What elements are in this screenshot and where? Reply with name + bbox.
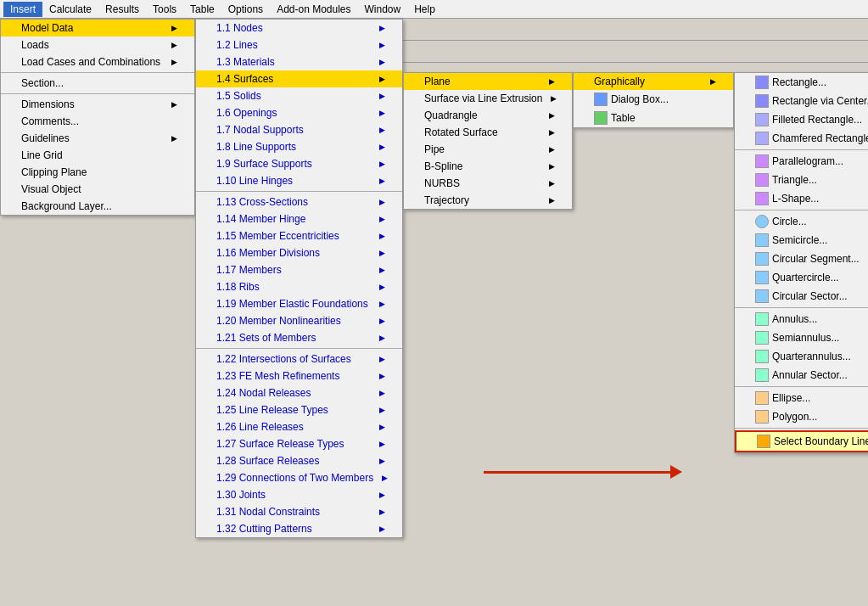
arrow-icon: ▶ xyxy=(379,92,385,100)
menu-item-rectangle[interactable]: Rectangle... xyxy=(735,73,868,92)
menu-item-annular-sector[interactable]: Annular Sector... xyxy=(735,366,868,384)
menu-item-member-divisions[interactable]: 1.16 Member Divisions ▶ xyxy=(196,244,402,261)
menu-item-quadrangle[interactable]: Quadrangle ▶ xyxy=(404,107,572,124)
arrow-icon: ▶ xyxy=(549,77,555,86)
menu-item-dimensions[interactable]: Dimensions ▶ xyxy=(1,96,194,113)
menu-item-graphically[interactable]: Graphically ▶ xyxy=(574,73,733,90)
arrow-line xyxy=(484,471,670,474)
menu-item-line-supports[interactable]: 1.8 Line Supports ▶ xyxy=(196,138,402,155)
menubar-insert[interactable]: Insert xyxy=(3,2,42,17)
menubar-window[interactable]: Window xyxy=(358,2,408,17)
menu-item-ellipse[interactable]: Ellipse... xyxy=(735,389,868,407)
menu-item-load-cases[interactable]: Load Cases and Combinations ▶ xyxy=(1,53,194,70)
menu-item-trajectory[interactable]: Trajectory ▶ xyxy=(404,192,572,209)
menu-item-parallelogram[interactable]: Parallelogram... xyxy=(735,152,868,171)
menu-item-members[interactable]: 1.17 Members ▶ xyxy=(196,261,402,278)
menu-item-joints[interactable]: 1.30 Joints ▶ xyxy=(196,486,402,503)
menu-item-clipping-plane[interactable]: Clipping Plane xyxy=(1,164,194,181)
menu-item-solids[interactable]: 1.5 Solids ▶ xyxy=(196,87,402,104)
arrow-icon: ▶ xyxy=(379,215,385,223)
rectangle-center-icon xyxy=(755,94,769,108)
menu-item-plane[interactable]: Plane ▶ xyxy=(404,73,572,90)
arrow-icon: ▶ xyxy=(379,317,385,325)
menu-item-circular-segment[interactable]: Circular Segment... xyxy=(735,250,868,268)
menu-item-guidelines[interactable]: Guidelines ▶ xyxy=(1,130,194,147)
menu-item-ribs[interactable]: 1.18 Ribs ▶ xyxy=(196,278,402,295)
menu-item-dialog-box[interactable]: Dialog Box... xyxy=(574,90,733,109)
menu-item-quartercircle[interactable]: Quartercircle... xyxy=(735,268,868,287)
menu-item-line-hinges[interactable]: 1.10 Line Hinges ▶ xyxy=(196,172,402,189)
separator xyxy=(735,307,868,308)
separator xyxy=(735,386,868,387)
menu-item-circle[interactable]: Circle... xyxy=(735,212,868,231)
menu-insert: Model Data ▶ Loads ▶ Load Cases and Comb… xyxy=(0,19,195,216)
arrow-icon: ▶ xyxy=(379,126,385,134)
menu-item-nodal-constraints[interactable]: 1.31 Nodal Constraints ▶ xyxy=(196,503,402,520)
menu-item-semicircle[interactable]: Semicircle... xyxy=(735,231,868,250)
menu-item-openings[interactable]: 1.6 Openings ▶ xyxy=(196,104,402,121)
menubar-calculate[interactable]: Calculate xyxy=(42,2,98,17)
separator xyxy=(196,191,402,192)
menu-item-model-data[interactable]: Model Data ▶ xyxy=(1,20,194,36)
menu-item-bspline[interactable]: B-Spline ▶ xyxy=(404,158,572,175)
menu-surfaces-sub: Plane ▶ Surface via Line Extrusion ▶ Qua… xyxy=(403,72,573,210)
menu-item-background-layer[interactable]: Background Layer... xyxy=(1,198,194,215)
menu-item-line-grid[interactable]: Line Grid xyxy=(1,147,194,164)
menu-item-nodal-releases[interactable]: 1.24 Nodal Releases ▶ xyxy=(196,384,402,401)
menu-item-sets-members[interactable]: 1.21 Sets of Members ▶ xyxy=(196,329,402,346)
menu-item-member-hinge[interactable]: 1.14 Member Hinge ▶ xyxy=(196,210,402,227)
menu-item-line-release-types[interactable]: 1.25 Line Release Types ▶ xyxy=(196,401,402,418)
menu-item-intersections[interactable]: 1.22 Intersections of Surfaces ▶ xyxy=(196,351,402,368)
menu-item-cutting-patterns[interactable]: 1.32 Cutting Patterns ▶ xyxy=(196,520,402,537)
menu-item-comments[interactable]: Comments... xyxy=(1,113,194,130)
menu-item-member-nonlinear[interactable]: 1.20 Member Nonlinearities ▶ xyxy=(196,312,402,329)
menu-item-nurbs[interactable]: NURBS ▶ xyxy=(404,175,572,192)
arrow-icon: ▶ xyxy=(549,145,555,154)
menu-item-line-releases[interactable]: 1.26 Line Releases ▶ xyxy=(196,418,402,435)
menubar-table[interactable]: Table xyxy=(183,2,221,17)
menu-item-pipe[interactable]: Pipe ▶ xyxy=(404,141,572,158)
menu-item-nodal-supports[interactable]: 1.7 Nodal Supports ▶ xyxy=(196,121,402,138)
menu-item-filleted-rectangle[interactable]: Filleted Rectangle... xyxy=(735,110,868,129)
menu-item-semiannulus[interactable]: Semiannulus... xyxy=(735,328,868,347)
menubar-addon[interactable]: Add-on Modules xyxy=(270,2,357,17)
menu-item-surface-releases[interactable]: 1.28 Surface Releases ▶ xyxy=(196,452,402,469)
menu-item-table[interactable]: Table xyxy=(574,109,733,127)
menubar-tools[interactable]: Tools xyxy=(146,2,183,17)
menu-item-member-elastic[interactable]: 1.19 Member Elastic Foundations ▶ xyxy=(196,295,402,312)
menu-item-quarterannulus[interactable]: Quarterannulus... xyxy=(735,347,868,366)
menu-item-surfaces[interactable]: 1.4 Surfaces ▶ xyxy=(196,70,402,87)
quartercircle-icon xyxy=(755,271,769,284)
menu-item-chamfered-rectangle[interactable]: Chamfered Rectangle... xyxy=(735,129,868,148)
arrow-icon: ▶ xyxy=(379,143,385,151)
menu-item-polygon[interactable]: Polygon... xyxy=(735,407,868,426)
menu-item-surface-supports[interactable]: 1.9 Surface Supports ▶ xyxy=(196,155,402,172)
arrow-icon: ▶ xyxy=(379,160,385,168)
menubar-results[interactable]: Results xyxy=(98,2,146,17)
menubar-help[interactable]: Help xyxy=(407,2,442,17)
menu-item-cross-sections[interactable]: 1.13 Cross-Sections ▶ xyxy=(196,194,402,210)
arrow-icon: ▶ xyxy=(379,423,385,431)
menu-item-triangle[interactable]: Triangle... xyxy=(735,171,868,189)
separator xyxy=(1,93,194,94)
menu-model-data: 1.1 Nodes ▶ 1.2 Lines ▶ 1.3 Materials ▶ … xyxy=(195,19,403,538)
menu-item-loads[interactable]: Loads ▶ xyxy=(1,36,194,53)
menu-item-member-eccentricities[interactable]: 1.15 Member Eccentricities ▶ xyxy=(196,227,402,244)
menu-item-materials[interactable]: 1.3 Materials ▶ xyxy=(196,53,402,70)
menu-item-rectangle-center[interactable]: Rectangle via Center... xyxy=(735,92,868,110)
menu-item-select-boundary-lines[interactable]: Select Boundary Lines... xyxy=(735,430,868,452)
menu-item-nodes[interactable]: 1.1 Nodes ▶ xyxy=(196,20,402,36)
menu-item-rotated-surface[interactable]: Rotated Surface ▶ xyxy=(404,124,572,141)
menu-item-annulus[interactable]: Annulus... xyxy=(735,310,868,328)
menu-item-surface-release-types[interactable]: 1.27 Surface Release Types ▶ xyxy=(196,435,402,452)
menu-item-connections[interactable]: 1.29 Connections of Two Members ▶ xyxy=(196,469,402,486)
menu-item-visual-object[interactable]: Visual Object xyxy=(1,181,194,198)
menu-item-circular-sector[interactable]: Circular Sector... xyxy=(735,287,868,306)
menu-item-l-shape[interactable]: L-Shape... xyxy=(735,189,868,208)
arrow-icon: ▶ xyxy=(379,41,385,49)
menu-item-lines[interactable]: 1.2 Lines ▶ xyxy=(196,36,402,53)
menu-item-surface-line-extrusion[interactable]: Surface via Line Extrusion ▶ xyxy=(404,90,572,107)
menu-item-fe-mesh[interactable]: 1.23 FE Mesh Refinements ▶ xyxy=(196,368,402,384)
menubar-options[interactable]: Options xyxy=(221,2,270,17)
menu-item-section[interactable]: Section... xyxy=(1,75,194,92)
